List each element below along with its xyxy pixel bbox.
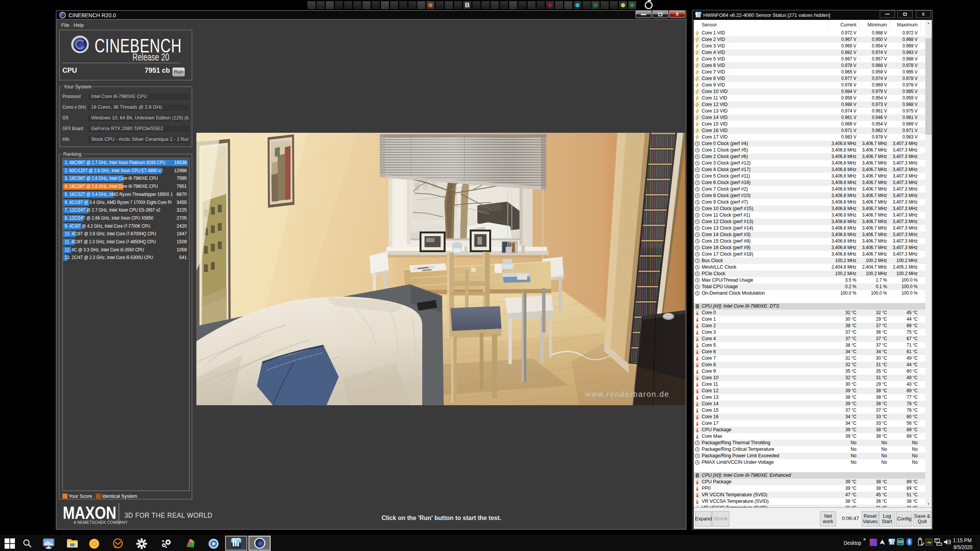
svg-text:www.renderbaron.de: www.renderbaron.de [585, 390, 670, 398]
